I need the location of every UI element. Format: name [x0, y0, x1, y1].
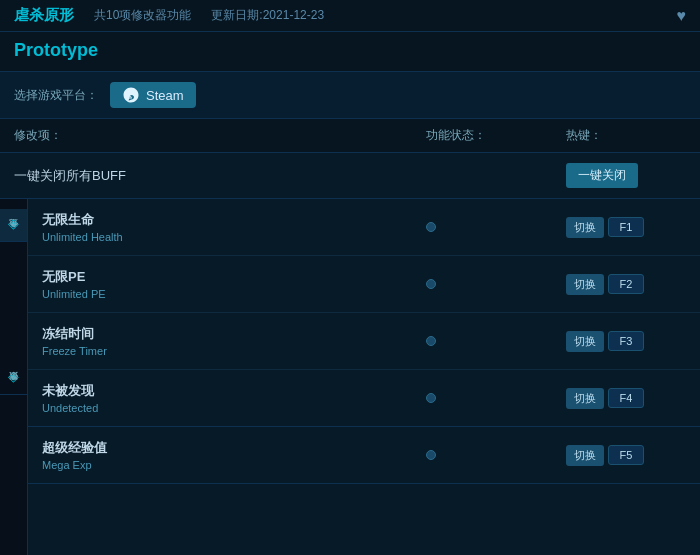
mod-count: 共10项修改器功能 [94, 7, 191, 24]
mod-en-health: Unlimited Health [42, 231, 426, 243]
data-icon: ◈ [8, 368, 19, 384]
toggle-dot-freeze[interactable] [426, 336, 436, 346]
toggle-button-health[interactable]: 切换 [566, 217, 604, 238]
toggle-dot-megaexp[interactable] [426, 450, 436, 460]
table-row: 未被发现 Undetected 切换 F4 [28, 370, 700, 426]
mod-names-pe: 无限PE Unlimited PE [42, 268, 426, 300]
col-status-header: 功能状态： [426, 127, 566, 144]
main-content: 无限生命 Unlimited Health 切换 F1 无限PE [28, 199, 700, 555]
mod-en-freeze: Freeze Timer [42, 345, 426, 357]
character-icon: ◈ [8, 215, 19, 231]
mod-cn-pe: 无限PE [42, 268, 426, 286]
oneclick-row: 一键关闭所有BUFF 一键关闭 [0, 153, 700, 199]
table-row: 超级经验值 Mega Exp 切换 F5 [28, 427, 700, 483]
mod-en-pe: Unlimited PE [42, 288, 426, 300]
content-area: ◈ 角色 ◈ 数据 ❯ 无限生命 Unlimited Health [0, 199, 700, 555]
platform-row: 选择游戏平台： Steam [0, 72, 700, 119]
toggle-area-undetected [426, 393, 566, 403]
steam-label: Steam [146, 88, 184, 103]
table-row: 无限生命 Unlimited Health 切换 F1 [28, 199, 700, 256]
hotkey-area-undetected: 切换 F4 [566, 388, 686, 409]
hotkey-area-megaexp: 切换 F5 [566, 445, 686, 466]
toggle-area-freeze [426, 336, 566, 346]
toggle-button-undetected[interactable]: 切换 [566, 388, 604, 409]
steam-icon [122, 86, 140, 104]
update-date: 更新日期:2021-12-23 [211, 7, 324, 24]
data-section: 超级经验值 Mega Exp 切换 F5 [28, 427, 700, 484]
col-hotkey-header: 热键： [566, 127, 686, 144]
app-container: 虐杀原形 共10项修改器功能 更新日期:2021-12-23 ♥ Prototy… [0, 0, 700, 555]
game-subtitle-bar: Prototype [0, 32, 700, 72]
col-mod-header: 修改项： [14, 127, 426, 144]
character-section: 无限生命 Unlimited Health 切换 F1 无限PE [28, 199, 700, 427]
hotkey-area-health: 切换 F1 [566, 217, 686, 238]
toggle-button-megaexp[interactable]: 切换 [566, 445, 604, 466]
game-title-cn: 虐杀原形 [14, 6, 74, 25]
heart-icon[interactable]: ♥ [677, 7, 687, 25]
column-headers: 修改项： 功能状态： 热键： [0, 119, 700, 153]
toggle-dot-health[interactable] [426, 222, 436, 232]
table-row: 冻结时间 Freeze Timer 切换 F3 [28, 313, 700, 370]
platform-label: 选择游戏平台： [14, 87, 98, 104]
hotkey-badge-health: F1 [608, 217, 644, 237]
oneclick-button[interactable]: 一键关闭 [566, 163, 638, 188]
sidebar-item-data[interactable]: ◈ 数据 [0, 362, 27, 395]
mod-cn-undetected: 未被发现 [42, 382, 426, 400]
hotkey-badge-pe: F2 [608, 274, 644, 294]
mod-cn-freeze: 冻结时间 [42, 325, 426, 343]
mod-en-megaexp: Mega Exp [42, 459, 426, 471]
toggle-button-pe[interactable]: 切换 [566, 274, 604, 295]
game-subtitle-text: Prototype [14, 40, 98, 60]
mod-names-undetected: 未被发现 Undetected [42, 382, 426, 414]
mod-en-undetected: Undetected [42, 402, 426, 414]
toggle-area-pe [426, 279, 566, 289]
mod-names-megaexp: 超级经验值 Mega Exp [42, 439, 426, 471]
table-row: 无限PE Unlimited PE 切换 F2 [28, 256, 700, 313]
toggle-dot-pe[interactable] [426, 279, 436, 289]
mod-cn-megaexp: 超级经验值 [42, 439, 426, 457]
hotkey-badge-undetected: F4 [608, 388, 644, 408]
sidebar-item-character[interactable]: ◈ 角色 [0, 209, 27, 242]
hotkey-badge-megaexp: F5 [608, 445, 644, 465]
steam-button[interactable]: Steam [110, 82, 196, 108]
mod-names-freeze: 冻结时间 Freeze Timer [42, 325, 426, 357]
oneclick-hotkey-area: 一键关闭 [566, 163, 686, 188]
toggle-area-megaexp [426, 450, 566, 460]
hotkey-area-freeze: 切换 F3 [566, 331, 686, 352]
top-bar: 虐杀原形 共10项修改器功能 更新日期:2021-12-23 ♥ [0, 0, 700, 32]
sidebar: ◈ 角色 ◈ 数据 ❯ [0, 199, 28, 555]
toggle-button-freeze[interactable]: 切换 [566, 331, 604, 352]
toggle-area-health [426, 222, 566, 232]
hotkey-badge-freeze: F3 [608, 331, 644, 351]
mod-names-health: 无限生命 Unlimited Health [42, 211, 426, 243]
oneclick-label: 一键关闭所有BUFF [14, 167, 426, 185]
top-bar-left: 虐杀原形 共10项修改器功能 更新日期:2021-12-23 [14, 6, 324, 25]
toggle-dot-undetected[interactable] [426, 393, 436, 403]
mod-cn-health: 无限生命 [42, 211, 426, 229]
hotkey-area-pe: 切换 F2 [566, 274, 686, 295]
